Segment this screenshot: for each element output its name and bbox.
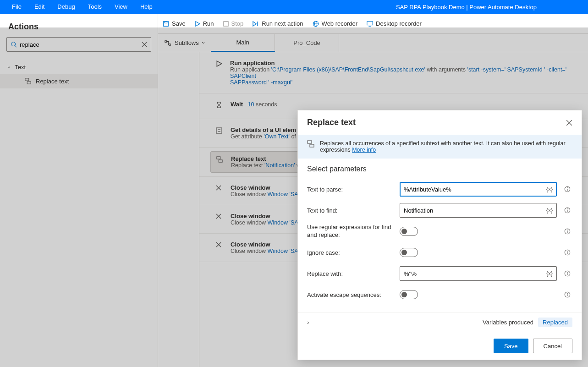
param-label-text-to-find: Text to find:	[307, 207, 394, 214]
run-button[interactable]: Run	[195, 20, 214, 27]
globe-icon	[313, 21, 319, 27]
step-icon	[253, 21, 259, 27]
svg-point-43	[567, 230, 568, 230]
info-icon[interactable]	[562, 249, 572, 256]
info-icon[interactable]	[562, 186, 572, 192]
param-label-regex: Use regular expressions for find and rep…	[307, 224, 394, 239]
svg-point-46	[567, 251, 568, 252]
save-button[interactable]: Save	[494, 339, 528, 353]
param-label-escape: Activate escape sequences:	[307, 291, 394, 298]
play-icon	[195, 21, 200, 27]
param-label-replace-with: Replace with:	[307, 270, 394, 277]
main-menu: File Edit Debug Tools View Help	[5, 0, 159, 14]
run-next-label: Run next action	[262, 20, 303, 27]
dialog-title: Replace text	[307, 118, 356, 127]
svg-rect-6	[164, 21, 169, 26]
title-bar: File Edit Debug Tools View Help SAP RPA …	[0, 0, 588, 14]
close-dialog-button[interactable]	[566, 120, 572, 126]
variable-chip[interactable]: Replaced	[538, 318, 572, 327]
info-icon[interactable]	[562, 291, 572, 298]
app-title: SAP RPA Playbook Demo | Power Automate D…	[396, 4, 583, 11]
svg-point-37	[567, 188, 568, 188]
desktop-recorder-label: Desktop recorder	[376, 20, 422, 27]
svg-point-52	[567, 293, 568, 294]
info-icon[interactable]	[562, 207, 572, 214]
svg-point-49	[567, 272, 568, 273]
svg-rect-15	[367, 21, 373, 25]
regex-toggle[interactable]	[400, 227, 418, 236]
variable-picker-icon[interactable]: {x}	[546, 186, 553, 192]
info-icon[interactable]	[562, 228, 572, 235]
escape-toggle[interactable]	[400, 290, 418, 299]
variable-picker-icon[interactable]: {x}	[546, 270, 553, 277]
section-heading: Select parameters	[298, 159, 582, 177]
web-recorder-button[interactable]: Web recorder	[313, 20, 358, 27]
variable-picker-icon[interactable]: {x}	[546, 207, 553, 214]
save-label: Save	[172, 20, 186, 27]
svg-marker-10	[253, 22, 256, 26]
stop-icon	[223, 21, 229, 27]
web-recorder-label: Web recorder	[322, 20, 358, 27]
svg-rect-34	[310, 144, 314, 147]
svg-rect-9	[224, 22, 228, 26]
param-label-text-to-parse: Text to parse:	[307, 186, 394, 193]
replace-with-input[interactable]	[404, 270, 546, 277]
replace-with-field[interactable]: {x}	[400, 266, 557, 281]
text-to-find-field[interactable]: {x}	[400, 203, 557, 218]
cancel-button[interactable]: Cancel	[533, 339, 572, 353]
svg-point-40	[567, 209, 568, 209]
menu-debug[interactable]: Debug	[51, 0, 81, 14]
svg-marker-8	[196, 22, 200, 26]
save-button[interactable]: Save	[163, 20, 186, 27]
replace-text-icon	[307, 140, 314, 153]
menu-tools[interactable]: Tools	[82, 0, 108, 14]
dialog-info: Replaces all occurrences of a specified …	[298, 135, 582, 159]
desktop-icon	[367, 21, 373, 27]
menu-view[interactable]: View	[108, 0, 134, 14]
param-label-ignore-case: Ignore case:	[307, 249, 394, 256]
text-to-find-input[interactable]	[404, 207, 546, 214]
menu-file[interactable]: File	[5, 0, 28, 14]
more-info-link[interactable]: More info	[352, 147, 376, 153]
svg-rect-7	[165, 21, 167, 23]
run-next-button[interactable]: Run next action	[253, 20, 303, 27]
menu-help[interactable]: Help	[134, 0, 159, 14]
chevron-right-icon	[307, 319, 478, 326]
text-to-parse-field[interactable]: {x}	[400, 182, 557, 197]
variables-produced-label: Variables produced	[483, 319, 533, 326]
ignore-case-toggle[interactable]	[400, 248, 418, 257]
desktop-recorder-button[interactable]: Desktop recorder	[367, 20, 422, 27]
variables-produced[interactable]: Variables produced Replaced	[298, 312, 582, 332]
stop-label: Stop	[231, 20, 244, 27]
info-icon[interactable]	[562, 270, 572, 277]
save-icon	[163, 21, 169, 27]
svg-rect-33	[308, 141, 312, 143]
run-label: Run	[203, 20, 214, 27]
replace-text-dialog: Replace text Replaces all occurrences of…	[297, 110, 582, 360]
menu-edit[interactable]: Edit	[28, 0, 51, 14]
text-to-parse-input[interactable]	[404, 186, 546, 193]
stop-button[interactable]: Stop	[223, 20, 244, 27]
